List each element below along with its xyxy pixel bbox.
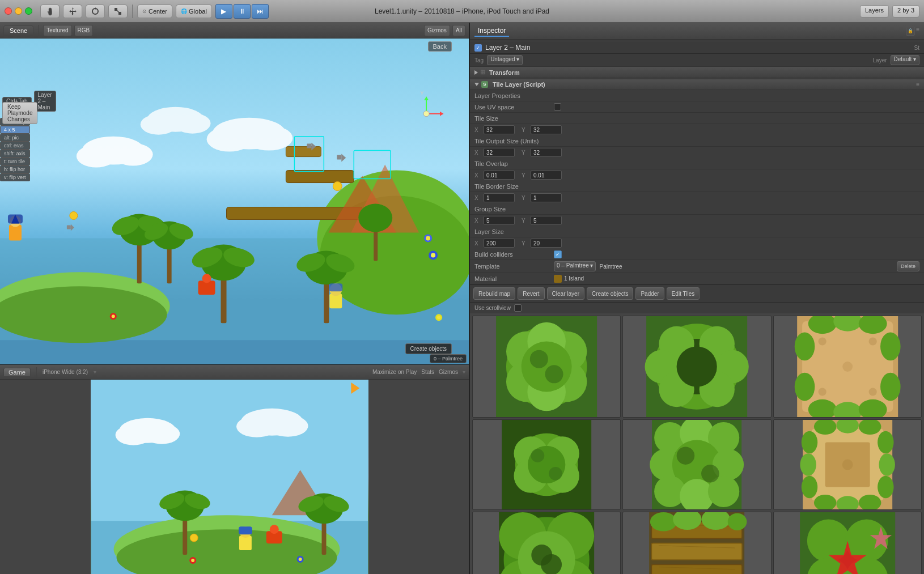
scene-tab[interactable]: Scene	[3, 25, 33, 36]
build-colliders-row: Build colliders ✓	[470, 249, 924, 260]
use-uv-checkbox[interactable]	[554, 103, 561, 110]
tile-output-y-input[interactable]	[531, 148, 562, 157]
layer-select[interactable]: Default ▾	[891, 55, 919, 65]
group-size-y-input[interactable]	[531, 216, 562, 225]
game-tab[interactable]: Game	[3, 368, 31, 377]
active-checkbox[interactable]: ✓	[474, 44, 482, 52]
svg-point-152	[549, 467, 562, 481]
pause-btn[interactable]: ⏸	[234, 4, 251, 19]
window-controls	[5, 7, 32, 15]
tile-thumb-2[interactable]	[622, 316, 771, 418]
tile-thumb-1[interactable]	[472, 316, 621, 418]
tile-size-y-input[interactable]	[531, 125, 562, 134]
svg-marker-69	[71, 224, 74, 231]
svg-point-140	[880, 373, 901, 401]
tool-shift-axis[interactable]: shift: axis	[0, 150, 30, 158]
play-controls: ▶ ⏸ ⏭	[215, 4, 269, 19]
edit-tiles-btn[interactable]: Edit Tiles	[667, 287, 700, 300]
tile-border-y-input[interactable]	[531, 193, 562, 202]
rotate-tool-btn[interactable]	[86, 5, 105, 18]
game-gizmos-btn[interactable]: Gizmos	[439, 369, 458, 375]
tile-script-menu[interactable]: ≡	[916, 82, 919, 88]
sep-1	[132, 5, 133, 18]
tool-flip-hor[interactable]: h: flip hor	[0, 165, 30, 173]
build-colliders-check[interactable]: ✓	[554, 250, 562, 258]
tiles-area	[470, 313, 924, 574]
scene-canvas[interactable]: y	[0, 39, 469, 364]
tile-thumb-6[interactable]	[773, 419, 922, 510]
tile-overlap-y-input[interactable]	[531, 171, 562, 180]
svg-marker-61	[424, 97, 429, 100]
lock-icons: 🔒 ≡	[906, 27, 919, 36]
tile-size-x-input[interactable]	[484, 125, 515, 134]
gizmos-dropdown[interactable]: Gizmos	[424, 25, 450, 36]
stats-btn[interactable]: Stats	[421, 369, 434, 375]
tile-border-x-input[interactable]	[484, 193, 515, 202]
tool-turn-tile[interactable]: t: turn tile	[0, 158, 30, 165]
revert-btn[interactable]: Revert	[518, 287, 544, 300]
maximize-on-play[interactable]: Maximize on Play	[372, 369, 417, 375]
layers-select[interactable]: Layers	[860, 5, 889, 18]
create-objects-btn[interactable]: Create objects	[587, 287, 633, 300]
keep-playmode-btn[interactable]: Keep Playmode Changes	[2, 102, 37, 124]
scene-toolbar: Scene Textured RGB Gizmos All	[0, 23, 469, 39]
svg-point-83	[268, 415, 308, 437]
all-dropdown[interactable]: All	[452, 25, 465, 36]
tile-overlap-x-input[interactable]	[484, 171, 515, 180]
center-btn[interactable]: ⊙ Center	[137, 5, 172, 18]
tile-thumb-4[interactable]	[472, 419, 621, 510]
layer-size-x-input[interactable]	[484, 239, 515, 248]
rgb-dropdown[interactable]: RGB	[74, 25, 94, 36]
svg-point-138	[880, 332, 901, 360]
tile-size-row: X Y	[470, 124, 924, 135]
lock-icon-1[interactable]: 🔒	[906, 27, 915, 36]
tool-size[interactable]: 4 x 5	[0, 126, 30, 134]
layer-size-y-label: Y	[522, 240, 528, 246]
device-icon: ▾	[94, 369, 96, 375]
global-btn[interactable]: 🌐 Global	[176, 5, 212, 18]
close-btn[interactable]	[5, 7, 12, 15]
svg-point-126	[677, 346, 717, 386]
tool-flip-vert[interactable]: v: flip vert	[0, 173, 30, 181]
minimize-btn[interactable]	[15, 7, 22, 15]
textured-dropdown[interactable]: Textured	[43, 25, 71, 36]
layout-select[interactable]: 2 by 3	[892, 5, 919, 18]
action-buttons: Rebuild map Revert Clear layer Create ob…	[470, 284, 924, 303]
use-scrollview-check[interactable]	[514, 304, 522, 312]
play-btn[interactable]: ▶	[215, 4, 232, 19]
tile-output-x-input[interactable]	[484, 148, 515, 157]
layer-label-text: Layer	[873, 57, 887, 63]
tile-overlap-label: Tile Overlap	[474, 160, 554, 167]
padder-btn[interactable]: Padder	[635, 287, 664, 300]
tile-thumb-5[interactable]	[622, 419, 771, 510]
layer-size-y-input[interactable]	[531, 239, 562, 248]
tile-thumb-9[interactable]	[773, 512, 922, 574]
tile-output-y-label: Y	[522, 150, 528, 156]
inspector-menu-btn[interactable]: ≡	[916, 27, 919, 36]
svg-point-172	[801, 431, 817, 454]
group-size-x-input[interactable]	[484, 216, 515, 225]
hand-tool-btn[interactable]	[40, 5, 60, 18]
maximize-btn[interactable]	[25, 7, 32, 15]
step-btn[interactable]: ⏭	[252, 4, 269, 19]
tile-thumb-3[interactable]	[773, 316, 922, 418]
move-tool-btn[interactable]	[63, 5, 82, 18]
clear-layer-btn[interactable]: Clear layer	[547, 287, 584, 300]
tool-ctrl-erase[interactable]: ctrl: eras	[0, 142, 30, 150]
material-label: Material	[474, 275, 554, 282]
delete-template-btn[interactable]: Delete	[897, 261, 919, 271]
svg-point-51	[426, 236, 430, 240]
back-btn[interactable]: Back	[428, 41, 452, 52]
palmtree-select-overlay[interactable]: 0 – Palmtree	[430, 354, 467, 363]
tool-alt-pick[interactable]: alt: pic	[0, 134, 30, 142]
inspector-tab[interactable]: Inspector	[474, 25, 509, 37]
tag-select[interactable]: Untagged ▾	[487, 55, 523, 65]
tile-thumb-7[interactable]	[472, 512, 621, 574]
tile-thumb-8[interactable]	[622, 512, 771, 574]
create-objects-overlay[interactable]: Create objects	[405, 343, 452, 354]
template-select[interactable]: 0 – Palmtree ▾	[554, 261, 596, 271]
scale-tool-btn[interactable]	[108, 5, 128, 18]
tile-border-x-label: X	[474, 195, 481, 201]
rebuild-map-btn[interactable]: Rebuild map	[473, 287, 515, 300]
svg-point-80	[143, 424, 180, 444]
